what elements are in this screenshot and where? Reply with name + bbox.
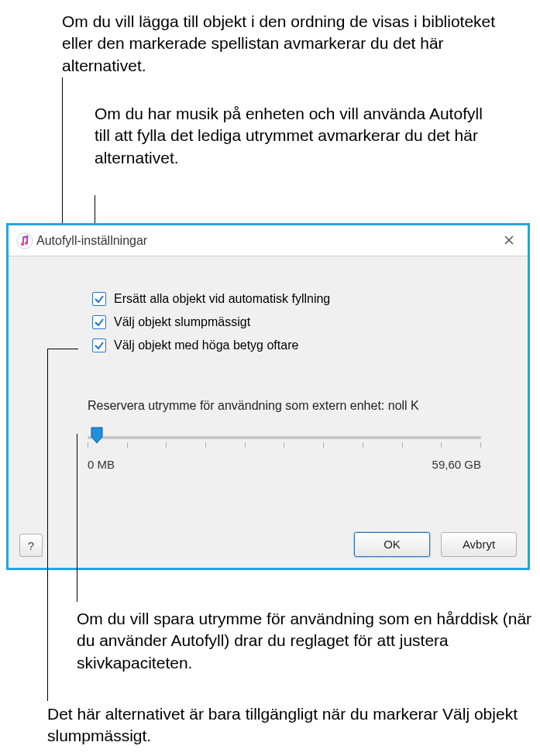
checkbox-icon (92, 338, 106, 352)
callout-replace-all: Om du har musik på enheten och vill anvä… (95, 103, 490, 169)
checkbox-label: Ersätt alla objekt vid automatisk fyllni… (114, 292, 330, 306)
slider-range-labels: 0 MB 59,60 GB (88, 458, 481, 471)
checkbox-label: Välj objekt med höga betyg oftare (114, 338, 298, 352)
reserve-space-slider[interactable] (88, 428, 481, 448)
music-app-icon (16, 232, 33, 249)
slider-ticks (88, 442, 481, 448)
checkbox-random-objects[interactable]: Välj objekt slumpmässigt (92, 315, 512, 329)
ok-button[interactable]: OK (354, 532, 430, 557)
reserve-space-section: Reservera utrymme för användning som ext… (88, 399, 481, 471)
dialog-title: Autofyll-inställningar (36, 234, 147, 248)
slider-max-label: 59,60 GB (432, 458, 481, 471)
dialog-footer: ? OK Avbryt (19, 532, 517, 557)
checkbox-icon (92, 292, 106, 306)
leader-line (47, 349, 48, 701)
close-icon (504, 232, 514, 249)
checkbox-high-rating[interactable]: Välj objekt med höga betyg oftare (92, 338, 512, 352)
callout-high-rating-dep: Det här alternativet är bara tillgänglig… (47, 703, 528, 747)
help-button[interactable]: ? (19, 534, 43, 557)
checkbox-icon (92, 315, 106, 329)
slider-track (88, 436, 481, 439)
slider-min-label: 0 MB (88, 458, 115, 471)
dialog-content: Ersätt alla objekt vid automatisk fyllni… (9, 256, 528, 568)
titlebar-left: Autofyll-inställningar (16, 232, 147, 249)
titlebar: Autofyll-inställningar (9, 225, 528, 256)
callout-random-order: Om du vill lägga till objekt i den ordni… (62, 11, 519, 77)
leader-line (47, 349, 78, 349)
svg-point-0 (17, 233, 33, 249)
reserve-space-label: Reservera utrymme för användning som ext… (88, 399, 481, 413)
help-icon: ? (28, 539, 34, 552)
callout-slider: Om du vill spara utrymme för användning … (77, 608, 534, 674)
slider-thumb[interactable] (91, 427, 103, 444)
close-button[interactable] (498, 230, 520, 252)
checkbox-label: Välj objekt slumpmässigt (114, 315, 250, 329)
leader-line (77, 434, 77, 602)
cancel-button[interactable]: Avbryt (441, 532, 517, 557)
checkbox-replace-all[interactable]: Ersätt alla objekt vid automatisk fyllni… (92, 292, 512, 306)
autofill-settings-dialog: Autofyll-inställningar Ersätt alla objek… (6, 223, 530, 570)
